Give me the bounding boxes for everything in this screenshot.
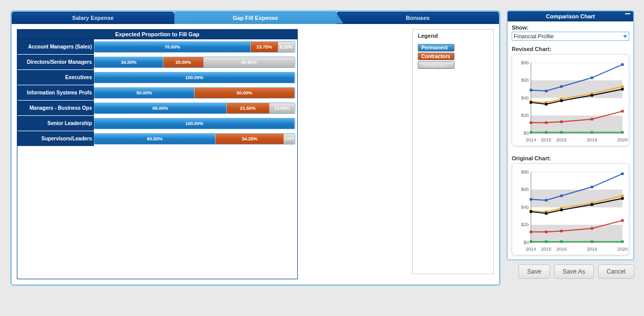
svg-rect-32 <box>591 94 593 96</box>
segment-permanent: 66.00% <box>94 103 227 113</box>
svg-rect-35 <box>545 121 547 124</box>
svg-rect-36 <box>560 120 563 123</box>
svg-rect-21 <box>560 85 563 88</box>
bar-row-label: Executives <box>17 70 94 85</box>
bar-track: 78.00%13.75%8.25% <box>94 41 295 53</box>
bar-row: Account Managers (Sales)78.00%13.75%8.25… <box>17 39 297 55</box>
bar-row: Executives100.00% <box>17 70 297 85</box>
svg-text:2014: 2014 <box>526 247 536 252</box>
svg-rect-80 <box>560 230 563 232</box>
original-chart-title: Original Chart: <box>512 155 629 161</box>
svg-rect-81 <box>591 227 593 230</box>
tab-gap-fill-expense[interactable]: Gap Fill Expense <box>174 12 337 24</box>
save-as-button[interactable]: Save As <box>554 264 594 279</box>
svg-text:2016: 2016 <box>556 247 566 252</box>
legend-title: Legend <box>418 33 488 39</box>
svg-rect-23 <box>621 63 624 66</box>
svg-text:$2b: $2b <box>521 223 529 228</box>
svg-rect-84 <box>545 240 547 243</box>
show-select[interactable]: Financial Profile <box>512 32 629 41</box>
svg-text:$8b: $8b <box>521 169 529 175</box>
legend-item-permanent: Permanent <box>418 44 455 52</box>
bar-row-label: Managers - Business Ops <box>17 101 94 115</box>
svg-text:$6b: $6b <box>521 78 529 83</box>
segment-temporary: 8.25% <box>278 42 295 52</box>
right-sidebar: Comparison Chart Show: Financial Profile… <box>507 10 634 286</box>
svg-rect-20 <box>545 90 547 92</box>
svg-rect-82 <box>621 219 624 222</box>
comparison-chart-panel: Comparison Chart Show: Financial Profile… <box>507 10 634 260</box>
svg-rect-37 <box>591 118 593 120</box>
bar-row: Directors/Senior Managers34.50%20.00%45.… <box>17 55 297 70</box>
legend-item-temporary: Temporary <box>418 61 455 69</box>
svg-text:2015: 2015 <box>541 137 551 142</box>
segment-temporary: 12.50% <box>270 103 295 113</box>
segment-permanent: 100.00% <box>94 118 295 129</box>
svg-rect-79 <box>545 231 547 233</box>
svg-rect-44 <box>531 190 623 208</box>
svg-text:$8b: $8b <box>521 60 529 65</box>
segment-contractors: 13.75% <box>251 42 278 52</box>
svg-rect-75 <box>560 209 563 211</box>
segment-permanent: 78.00% <box>94 42 251 52</box>
svg-rect-66 <box>591 186 593 188</box>
segment-contractors: 21.50% <box>227 103 270 113</box>
bar-row: Senior Leadership100.00% <box>17 116 297 131</box>
svg-text:2016: 2016 <box>556 137 566 142</box>
svg-rect-65 <box>560 195 563 197</box>
svg-rect-64 <box>545 199 547 202</box>
tab-content: Expected Proportion to Fill Gap Account … <box>12 24 499 284</box>
bar-track: 60.50%34.25%5.25% <box>94 133 295 144</box>
bar-row-label: Supervisors/Leaders <box>17 131 94 146</box>
svg-rect-72 <box>621 195 624 197</box>
svg-rect-1 <box>531 116 623 134</box>
svg-rect-76 <box>591 203 593 206</box>
svg-rect-67 <box>621 173 624 175</box>
svg-rect-45 <box>531 225 623 243</box>
svg-rect-39 <box>530 131 532 134</box>
svg-rect-83 <box>530 240 532 243</box>
bar-row: Supervisors/Leaders60.50%34.25%5.25% <box>17 131 297 147</box>
collapse-icon[interactable] <box>625 13 630 18</box>
original-chart: $0$2b$4b$6b$8b20142015201620182020 <box>512 163 629 255</box>
segment-permanent: 60.50% <box>94 134 216 144</box>
svg-rect-34 <box>530 121 532 124</box>
svg-rect-43 <box>621 131 624 134</box>
bar-track: 100.00% <box>94 72 295 83</box>
svg-rect-77 <box>621 197 624 200</box>
comparison-title: Comparison Chart <box>546 13 595 19</box>
svg-text:$4b: $4b <box>521 205 529 210</box>
svg-text:$0: $0 <box>523 240 529 245</box>
bar-row: Managers - Business Ops66.00%21.50%12.50… <box>17 101 297 116</box>
segment-permanent: 100.00% <box>94 72 295 83</box>
svg-text:2014: 2014 <box>526 137 536 142</box>
revised-chart-title: Revised Chart: <box>512 46 629 52</box>
save-button[interactable]: Save <box>518 264 550 279</box>
svg-text:2020: 2020 <box>617 247 628 252</box>
segment-permanent: 50.00% <box>94 88 195 98</box>
show-label: Show: <box>512 25 629 31</box>
svg-rect-78 <box>530 231 532 233</box>
svg-rect-22 <box>591 77 593 79</box>
tab-salary-expense[interactable]: Salary Expense <box>12 12 174 24</box>
bar-chart-title: Expected Proportion to Fill Gap <box>17 30 297 39</box>
svg-rect-29 <box>530 101 532 104</box>
revised-chart: $0$2b$4b$6b$8b20142015201620182020 <box>512 54 629 146</box>
main-panel: Salary Expense Gap Fill Expense Bonuses … <box>10 10 500 286</box>
tab-bonuses[interactable]: Bonuses <box>337 12 499 24</box>
bar-row-label: Senior Leadership <box>17 116 94 131</box>
svg-rect-30 <box>545 103 547 106</box>
chevron-down-icon <box>623 35 627 38</box>
svg-rect-31 <box>560 100 563 102</box>
bar-row-label: Account Managers (Sales) <box>17 39 94 54</box>
svg-rect-63 <box>530 198 532 201</box>
bar-row-label: Information Systems Profs <box>17 85 94 100</box>
cancel-button[interactable]: Cancel <box>598 264 634 279</box>
legend-panel: Legend Permanent Contractors Temporary <box>412 29 494 274</box>
svg-rect-0 <box>531 81 623 99</box>
svg-rect-19 <box>530 89 532 91</box>
svg-rect-74 <box>545 212 547 215</box>
segment-temporary: 45.50% <box>204 57 295 67</box>
svg-text:2015: 2015 <box>541 247 551 252</box>
segment-temporary: 5.25% <box>284 134 295 144</box>
